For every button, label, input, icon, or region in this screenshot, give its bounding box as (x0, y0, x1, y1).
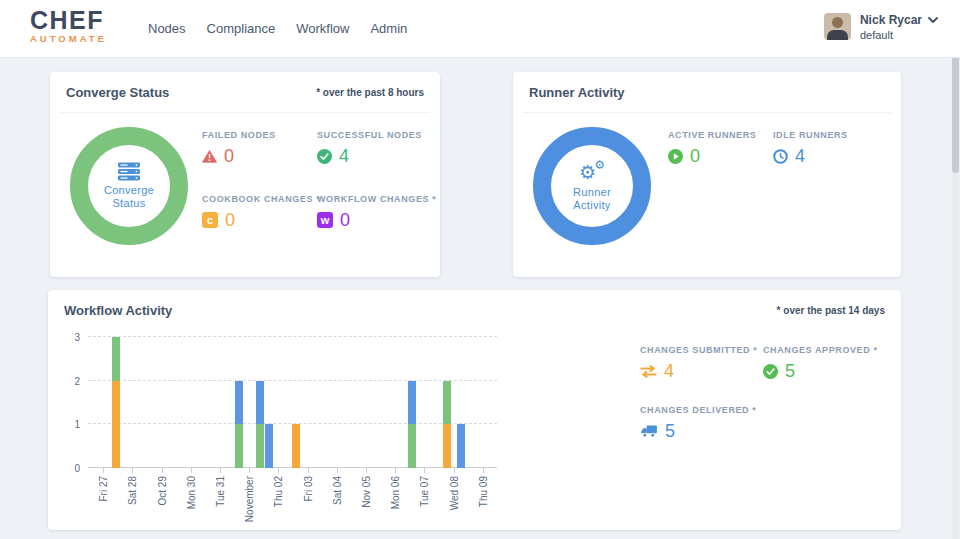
stat-label: CHANGES APPROVED * (763, 345, 883, 355)
nav-menu: Nodes Compliance Workflow Admin (148, 0, 407, 57)
gridline-y3 (88, 336, 497, 337)
avatar-head-shape (832, 17, 843, 28)
top-nav: CHEF AUTOMATE Nodes Compliance Workflow … (0, 0, 960, 58)
x-axis-label: Nov 05 (361, 476, 372, 508)
stat-value: 0 (340, 211, 350, 229)
stat-idle-runners: IDLE RUNNERS 4 (773, 130, 885, 165)
x-axis-tick (103, 468, 104, 473)
x-axis-tick (483, 468, 484, 473)
gridline-y2 (88, 380, 497, 381)
x-axis-tick (454, 468, 455, 473)
stat-value: 4 (795, 147, 805, 165)
y-axis-tick-label: 3 (60, 332, 80, 343)
check-circle-icon (317, 149, 332, 164)
chart-bar-segment-submitted (112, 381, 120, 468)
x-axis-label: Tue 07 (419, 476, 430, 507)
stat-changes-approved: CHANGES APPROVED * 5 (763, 345, 883, 380)
y-axis-tick-label: 1 (60, 419, 80, 430)
workflow-badge-icon: w (317, 212, 333, 228)
stat-value: 4 (664, 362, 674, 380)
chart-bar-segment-approved (256, 424, 264, 468)
warning-triangle-icon (202, 150, 217, 163)
y-axis-tick-label: 0 (60, 463, 80, 474)
user-menu[interactable]: Nick Rycar default (824, 13, 938, 41)
chart-bar-segment-approved (112, 337, 120, 381)
stat-label: SUCCESSFUL NODES (317, 130, 429, 140)
stat-value: 5 (665, 422, 675, 440)
chart-bar-segment-approved (235, 424, 243, 468)
chart-bar-segment-delivered (256, 381, 264, 425)
logo-chef-text: CHEF (30, 8, 107, 32)
x-axis-tick (162, 468, 163, 473)
x-axis-label: Fri 27 (98, 476, 109, 502)
stat-failed-nodes: FAILED NODES 0 (202, 130, 314, 165)
runner-card-title: Runner Activity (529, 85, 625, 100)
nav-item-compliance[interactable]: Compliance (207, 21, 276, 36)
clock-icon (773, 149, 788, 164)
x-axis-label: Mon 30 (186, 476, 197, 509)
converge-status-donut: Converge Status (70, 127, 188, 245)
nav-item-nodes[interactable]: Nodes (148, 21, 186, 36)
user-text: Nick Rycar default (860, 13, 938, 41)
converge-card-note: * over the past 8 hours (316, 87, 424, 98)
x-axis-label: Thu 02 (273, 476, 284, 507)
chef-automate-logo[interactable]: CHEF AUTOMATE (30, 8, 107, 44)
x-axis-label: Sat 04 (332, 476, 343, 505)
x-axis-label: Sat 28 (127, 476, 138, 505)
stat-active-runners: ACTIVE RUNNERS 0 (668, 130, 780, 165)
truck-icon (640, 424, 658, 438)
workflow-card-title: Workflow Activity (64, 303, 172, 318)
workflow-activity-chart: 0123Fri 27Sat 28Oct 29Mon 30Tue 31Novemb… (88, 337, 497, 468)
x-axis-label: November (244, 476, 255, 522)
stat-value: 0 (225, 211, 235, 229)
chart-bar-segment-approved (408, 424, 416, 468)
chart-bar-segment-approved (443, 381, 451, 425)
server-icon (117, 162, 141, 181)
stat-label: CHANGES SUBMITTED * (640, 345, 760, 355)
stat-label: IDLE RUNNERS (773, 130, 885, 140)
stat-value: 4 (339, 147, 349, 165)
x-axis-tick (191, 468, 192, 473)
chart-bar-segment-delivered (457, 424, 465, 468)
x-axis-tick (366, 468, 367, 473)
user-avatar (824, 13, 851, 40)
y-axis-tick-label: 2 (60, 376, 80, 387)
stat-changes-submitted: CHANGES SUBMITTED * 4 (640, 345, 760, 380)
donut-label: Runner Activity (573, 186, 611, 212)
nav-item-admin[interactable]: Admin (370, 21, 407, 36)
runner-activity-donut: ⚙ ⚙ Runner Activity (533, 127, 651, 245)
x-axis-label: Thu 09 (478, 476, 489, 507)
x-axis-label: Tue 31 (215, 476, 226, 507)
stat-label: ACTIVE RUNNERS (668, 130, 780, 140)
stat-label: CHANGES DELIVERED * (640, 405, 760, 415)
stat-cookbook-changes: COOKBOOK CHANGES * c 0 (202, 194, 314, 229)
converge-card-title: Converge Status (66, 85, 169, 100)
user-name: Nick Rycar (860, 13, 922, 27)
x-axis-label: Wed 08 (449, 476, 460, 510)
x-axis-tick (424, 468, 425, 473)
converge-status-card: Converge Status * over the past 8 hours … (50, 72, 440, 277)
chart-bar-segment-delivered (408, 381, 416, 425)
divider (60, 112, 430, 113)
x-axis-label: Mon 06 (390, 476, 401, 509)
stat-value: 0 (224, 147, 234, 165)
cookbook-badge-icon: c (202, 212, 218, 228)
x-axis-tick (395, 468, 396, 473)
nav-item-workflow[interactable]: Workflow (296, 21, 349, 36)
gears-icon: ⚙ ⚙ (579, 161, 605, 183)
stat-workflow-changes: WORKFLOW CHANGES * w 0 (317, 194, 429, 229)
x-axis-tick (337, 468, 338, 473)
runner-activity-card: Runner Activity ⚙ ⚙ Runner Activity ACTI… (513, 72, 901, 277)
stat-changes-delivered: CHANGES DELIVERED * 5 (640, 405, 760, 440)
stat-successful-nodes: SUCCESSFUL NODES 4 (317, 130, 429, 165)
x-axis-label: Oct 29 (157, 476, 168, 505)
workflow-activity-card: Workflow Activity * over the past 14 day… (48, 290, 901, 530)
logo-automate-text: AUTOMATE (30, 33, 107, 44)
workflow-card-note: * over the past 14 days (777, 305, 885, 316)
chart-bar-segment-submitted (443, 424, 451, 468)
avatar-body-shape (827, 30, 848, 40)
donut-label: Converge Status (104, 184, 154, 210)
x-axis-label: Fri 03 (303, 476, 314, 502)
chart-bar-segment-delivered (265, 424, 273, 468)
divider (523, 112, 891, 113)
